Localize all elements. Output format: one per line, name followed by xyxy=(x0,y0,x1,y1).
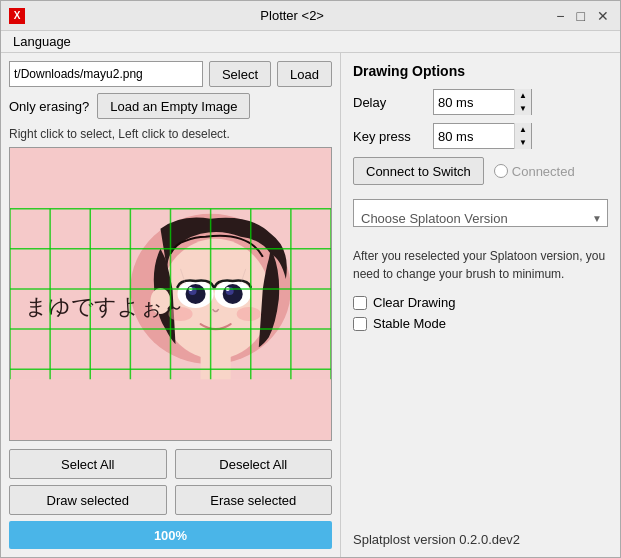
load-empty-button[interactable]: Load an Empty Image xyxy=(97,93,250,119)
left-panel: Select Load Only erasing? Load an Empty … xyxy=(1,53,341,557)
splatoon-version-select[interactable] xyxy=(353,199,608,227)
svg-text:まゆですよぉ～: まゆですよぉ～ xyxy=(25,294,185,319)
stable-mode-checkbox[interactable] xyxy=(353,317,367,331)
delay-spinner: ▲ ▼ xyxy=(433,89,532,115)
stable-mode-row: Stable Mode xyxy=(353,316,608,331)
main-content: Select Load Only erasing? Load an Empty … xyxy=(1,53,620,557)
art-container: まゆですよぉ～ xyxy=(10,148,331,440)
hint-text: Right click to select, Left click to des… xyxy=(9,127,332,141)
erasing-label: Only erasing? xyxy=(9,99,89,114)
progress-bar: 100% xyxy=(9,521,332,549)
delay-label: Delay xyxy=(353,95,433,110)
draw-erase-row: Draw selected Erase selected xyxy=(9,485,332,515)
svg-point-6 xyxy=(223,284,243,304)
svg-point-12 xyxy=(237,307,261,321)
window-controls: − □ ✕ xyxy=(553,8,612,24)
select-button[interactable]: Select xyxy=(209,61,271,87)
drawing-options-title: Drawing Options xyxy=(353,63,608,79)
clear-drawing-row: Clear Drawing xyxy=(353,295,608,310)
delay-down-button[interactable]: ▼ xyxy=(515,102,531,115)
stable-mode-label: Stable Mode xyxy=(373,316,446,331)
app-icon: X xyxy=(9,8,25,24)
progress-label: 100% xyxy=(154,528,187,543)
minimize-button[interactable]: − xyxy=(553,8,567,24)
connected-label-text: Connected xyxy=(512,164,575,179)
delay-up-button[interactable]: ▲ xyxy=(515,89,531,102)
menubar: Language xyxy=(1,31,620,53)
svg-point-5 xyxy=(186,284,206,304)
info-text: After you reselected your Splatoon versi… xyxy=(353,247,608,283)
file-row: Select Load xyxy=(9,61,332,87)
connect-button[interactable]: Connect to Switch xyxy=(353,157,484,185)
svg-rect-14 xyxy=(201,349,231,379)
clear-drawing-checkbox[interactable] xyxy=(353,296,367,310)
select-deselect-row: Select All Deselect All xyxy=(9,449,332,479)
keypress-label: Key press xyxy=(353,129,433,144)
keypress-spinner-buttons: ▲ ▼ xyxy=(514,123,531,149)
version-text: Splatplost version 0.2.0.dev2 xyxy=(353,522,608,547)
keypress-up-button[interactable]: ▲ xyxy=(515,123,531,136)
canvas-area: まゆですよぉ～ xyxy=(9,147,332,441)
window-title: Plotter <2> xyxy=(31,8,553,23)
splatoon-select-wrapper: Choose Splatoon Version xyxy=(353,199,608,237)
keypress-spinner: ▲ ▼ xyxy=(433,123,532,149)
select-all-button[interactable]: Select All xyxy=(9,449,167,479)
keypress-down-button[interactable]: ▼ xyxy=(515,136,531,149)
clear-drawing-label: Clear Drawing xyxy=(373,295,455,310)
erase-selected-button[interactable]: Erase selected xyxy=(175,485,333,515)
delay-input[interactable] xyxy=(434,90,514,114)
delay-row: Delay ▲ ▼ xyxy=(353,89,608,115)
connected-radio-icon xyxy=(494,164,508,178)
manga-image: まゆですよぉ～ xyxy=(10,148,331,440)
language-menu[interactable]: Language xyxy=(9,32,75,51)
close-button[interactable]: ✕ xyxy=(594,8,612,24)
maximize-button[interactable]: □ xyxy=(574,8,588,24)
titlebar: X Plotter <2> − □ ✕ xyxy=(1,1,620,31)
connect-row: Connect to Switch Connected xyxy=(353,157,608,185)
erasing-row: Only erasing? Load an Empty Image xyxy=(9,93,332,119)
deselect-all-button[interactable]: Deselect All xyxy=(175,449,333,479)
keypress-input[interactable] xyxy=(434,124,514,148)
delay-spinner-buttons: ▲ ▼ xyxy=(514,89,531,115)
app-window: X Plotter <2> − □ ✕ Language Select Load… xyxy=(0,0,621,558)
draw-selected-button[interactable]: Draw selected xyxy=(9,485,167,515)
connected-status: Connected xyxy=(494,164,575,179)
keypress-row: Key press ▲ ▼ xyxy=(353,123,608,149)
right-panel: Drawing Options Delay ▲ ▼ Key press xyxy=(341,53,620,557)
file-path-input[interactable] xyxy=(9,61,203,87)
load-button[interactable]: Load xyxy=(277,61,332,87)
